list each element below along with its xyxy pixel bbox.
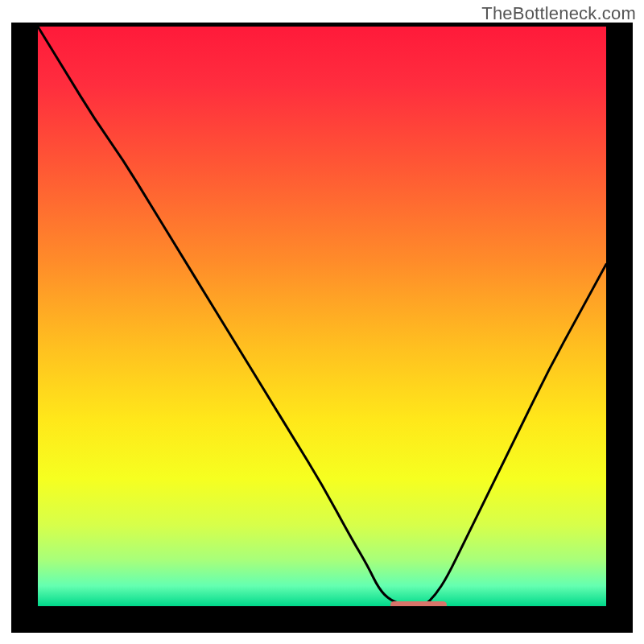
bottleneck-curve (38, 27, 606, 606)
plot-frame (11, 23, 633, 633)
attribution-text: TheBottleneck.com (481, 3, 636, 24)
optimal-range-marker (390, 601, 448, 606)
plot-interior (38, 27, 606, 606)
